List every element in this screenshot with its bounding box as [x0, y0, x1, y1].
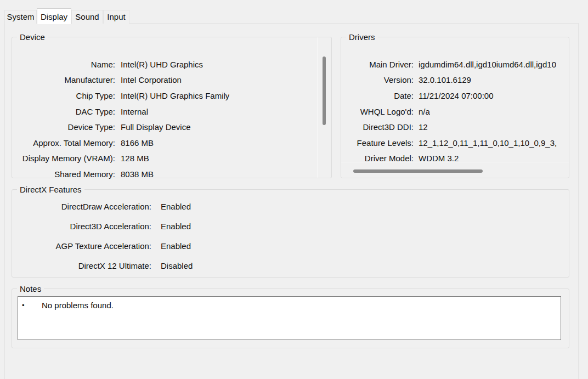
field-value: 128 MB: [121, 154, 149, 163]
field-value: Intel Corporation: [121, 75, 182, 84]
driver-row: Feature Levels:12_1,12_0,11_1,11_0,10_1,…: [342, 135, 568, 151]
field-label: Direct3D Acceleration:: [13, 222, 151, 231]
drivers-info-list: Main Driver:igdumdim64.dll,igd10iumd64.d…: [342, 56, 568, 166]
driver-row: Version:32.0.101.6129: [342, 72, 568, 88]
feature-row: DirectDraw Acceleration:Enabled: [13, 196, 568, 216]
field-label: Main Driver:: [342, 60, 414, 69]
field-value: 12: [419, 122, 428, 132]
feature-row: AGP Texture Acceleration:Enabled: [13, 236, 568, 256]
field-value: 12_1,12_0,11_1,11_0,10_1,10_0,9_3,: [419, 138, 557, 148]
device-row: Display Memory (VRAM):128 MB: [13, 151, 312, 167]
notes-groupbox-title: Notes: [17, 284, 44, 293]
tab-sound[interactable]: Sound: [71, 10, 103, 24]
field-value: n/a: [419, 107, 430, 116]
field-value: igdumdim64.dll,igd10iumd64.dll,igd10: [419, 60, 556, 69]
field-label: Direct3D DDI:: [342, 122, 414, 132]
field-value: 11/21/2024 07:00:00: [419, 91, 494, 100]
field-label: Shared Memory:: [13, 169, 115, 179]
field-label: Approx. Total Memory:: [13, 138, 115, 148]
field-value: 8038 MB: [121, 169, 154, 179]
field-label: AGP Texture Acceleration:: [13, 241, 151, 251]
device-info-list: Name:Intel(R) UHD Graphics Manufacturer:…: [13, 56, 312, 182]
tab-input[interactable]: Input: [103, 10, 129, 24]
driver-row: Direct3D DDI:12: [342, 119, 568, 135]
tab-bar: System Display Sound Input: [4, 8, 129, 24]
note-item: • No problems found.: [18, 297, 561, 311]
field-value: Enabled: [161, 222, 191, 231]
drivers-scroll-separator: [341, 162, 569, 162]
directx-features-groupbox: DirectX Features DirectDraw Acceleration…: [12, 189, 569, 278]
field-label: WHQL Logo'd:: [342, 107, 414, 116]
device-row: Manufacturer:Intel Corporation: [13, 72, 312, 88]
field-value: Intel(R) UHD Graphics Family: [121, 91, 229, 100]
drivers-horizontal-scrollbar-thumb[interactable]: [353, 169, 483, 173]
driver-row: Driver Model:WDDM 3.2: [342, 151, 568, 167]
field-label: Display Memory (VRAM):: [13, 154, 115, 163]
field-label: Manufacturer:: [13, 75, 115, 84]
field-value: Internal: [121, 107, 148, 116]
directx-features-groupbox-title: DirectX Features: [17, 185, 84, 194]
field-label: Version:: [342, 75, 414, 84]
device-row: Shared Memory:8038 MB: [13, 166, 312, 182]
device-row: Name:Intel(R) UHD Graphics: [13, 56, 312, 72]
field-value: 32.0.101.6129: [419, 75, 471, 84]
feature-row: DirectX 12 Ultimate:Disabled: [13, 256, 568, 275]
drivers-groupbox: Drivers Main Driver:igdumdim64.dll,igd10…: [341, 37, 569, 178]
driver-row: WHQL Logo'd:n/a: [342, 104, 568, 120]
drivers-groupbox-title: Drivers: [346, 32, 378, 42]
feature-row: Direct3D Acceleration:Enabled: [13, 216, 568, 236]
driver-row: Main Driver:igdumdim64.dll,igd10iumd64.d…: [342, 56, 568, 72]
field-label: Device Type:: [13, 122, 115, 132]
field-label: Chip Type:: [13, 91, 115, 100]
device-vertical-scrollbar-thumb[interactable]: [323, 56, 326, 125]
field-value: Intel(R) UHD Graphics: [121, 60, 203, 69]
field-label: Feature Levels:: [342, 138, 414, 148]
device-row: Approx. Total Memory:8166 MB: [13, 135, 312, 151]
field-value: 8166 MB: [121, 138, 154, 148]
device-row: Device Type:Full Display Device: [13, 119, 312, 135]
field-value: Full Display Device: [121, 122, 191, 132]
field-label: DirectDraw Acceleration:: [13, 202, 151, 211]
dxdiag-window: { "tabs": { "items": [ { "label": "Syste…: [0, 0, 588, 379]
tab-display[interactable]: Display: [37, 8, 71, 24]
device-groupbox-title: Device: [17, 32, 48, 42]
notes-textbox[interactable]: • No problems found.: [18, 296, 561, 340]
device-groupbox: Device Name:Intel(R) UHD Graphics Manufa…: [12, 37, 332, 178]
tab-system[interactable]: System: [4, 10, 37, 24]
notes-groupbox: Notes • No problems found.: [12, 289, 569, 348]
directx-features-list: DirectDraw Acceleration:Enabled Direct3D…: [13, 196, 568, 275]
field-label: Date:: [342, 91, 414, 100]
driver-row: Date:11/21/2024 07:00:00: [342, 88, 568, 104]
field-value: Enabled: [161, 241, 191, 251]
display-tab-page: Device Name:Intel(R) UHD Graphics Manufa…: [4, 23, 579, 379]
device-scroll-separator: [318, 37, 318, 178]
field-value: Enabled: [161, 202, 191, 211]
note-text: No problems found.: [42, 299, 114, 311]
field-label: DirectX 12 Ultimate:: [13, 261, 151, 270]
field-label: DAC Type:: [13, 107, 115, 116]
field-value: Disabled: [161, 261, 193, 270]
device-row: DAC Type:Internal: [13, 104, 312, 120]
device-row: Chip Type:Intel(R) UHD Graphics Family: [13, 88, 312, 104]
bullet-icon: •: [22, 299, 42, 311]
field-label: Name:: [13, 60, 115, 69]
